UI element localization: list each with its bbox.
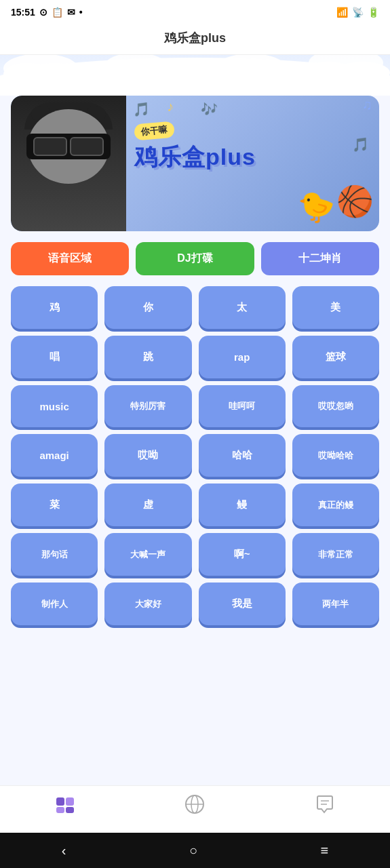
banner: 🎵 ♪ 🎶 ♫ 🎵 你干嘛 鸡乐盒plus 🐤 🏀 [11,96,379,231]
sg-lens-right [70,137,104,156]
tab-bar [0,785,390,833]
svg-rect-12 [56,797,64,806]
sound-btn-xu[interactable]: 虚 [104,484,191,526]
main-content: 🎵 ♪ 🎶 ♫ 🎵 你干嘛 鸡乐盒plus 🐤 🏀 语音区域 DJ打碟 十二坤肖… [0,96,390,785]
tab-message[interactable] [301,789,349,825]
svg-point-11 [336,62,390,83]
svg-rect-14 [56,807,64,813]
sound-btn-lanqiu[interactable]: 篮球 [292,336,379,378]
home-tab-icon [55,795,75,818]
sound-btn-man[interactable]: 鳗 [199,484,286,526]
music-note-1: 🎵 [133,101,150,117]
banner-sticker: 你干嘛 [134,121,175,140]
nav-bar: ‹ ○ ≡ [0,833,390,868]
category-buttons: 语音区域 DJ打碟 十二坤肖 [11,242,379,275]
sound-btn-haha[interactable]: 哈哈 [199,434,286,477]
sound-btn-music[interactable]: music [11,385,98,427]
battery-icon: 🔋 [368,7,379,18]
cloud-decoration [0,55,390,96]
voice-category-button[interactable]: 语音区域 [11,242,129,275]
menu-button[interactable]: ≡ [305,837,345,864]
banner-content: 你干嘛 鸡乐盒plus [134,116,371,170]
banner-title: 鸡乐盒plus [134,144,371,170]
signal-icon: 📡 [352,7,364,18]
music-note-4: ♫ [362,97,372,113]
banner-left [11,96,126,231]
sound-btn-aiyo[interactable]: 哎呦 [104,434,191,477]
sunglasses [26,134,111,159]
status-dot: • [79,7,83,18]
chick-character: 🐤 [298,189,335,224]
status-right: 📶 📡 🔋 [336,7,379,18]
sound-btn-chang[interactable]: 唱 [11,336,98,378]
svg-point-3 [105,55,166,77]
wifi-icon: 📶 [336,7,348,18]
sound-btn-woshi[interactable]: 我是 [199,583,286,625]
message-tab-icon [315,794,335,819]
back-button[interactable]: ‹ [45,837,83,864]
svg-rect-15 [66,807,74,813]
sound-btn-ji[interactable]: 鸡 [11,286,98,329]
status-icon-1: ⊙ [39,7,47,18]
sound-btn-dahan[interactable]: 大喊一声 [104,533,191,576]
sound-btn-aiyohaha[interactable]: 哎呦哈哈 [292,434,379,477]
svg-point-2 [27,63,81,85]
music-note-2: ♪ [167,99,174,115]
sound-btn-wa[interactable]: 哇呵呵 [199,385,286,427]
sound-btn-dajia[interactable]: 大家好 [104,583,191,625]
tab-home[interactable] [41,789,89,824]
sound-btn-liangnianbao[interactable]: 两年半 [292,583,379,625]
sound-btn-rap[interactable]: rap [199,336,286,378]
sound-btn-cai[interactable]: 菜 [11,484,98,526]
basketball: 🏀 [336,184,374,219]
zodiac-category-button[interactable]: 十二坤肖 [261,242,379,275]
sound-btn-naiju[interactable]: 那句话 [11,533,98,576]
status-left: 15:51 ⊙ 📋 ✉ • [11,7,83,18]
music-note-3: 🎶 [201,101,218,117]
sound-btn-amagi[interactable]: amagi [11,434,98,477]
home-button[interactable]: ○ [173,837,214,864]
svg-rect-13 [66,797,74,806]
sound-btn-ni[interactable]: 你 [104,286,191,329]
explore-tab-icon [184,794,205,819]
music-note-5: 🎵 [352,136,369,153]
svg-point-6 [217,55,285,81]
status-icon-3: ✉ [67,7,75,18]
sound-btn-tiao[interactable]: 跳 [104,336,191,378]
header-title: 鸡乐盒plus [164,31,226,45]
status-icon-2: 📋 [52,7,63,18]
status-time: 15:51 [11,7,35,18]
sound-btn-feichang[interactable]: 非常正常 [292,533,379,576]
sound-btn-tai[interactable]: 太 [199,286,286,329]
svg-point-5 [125,62,173,81]
tab-explore[interactable] [171,789,218,825]
svg-point-8 [242,64,294,84]
sound-btn-zhengman[interactable]: 真正的鳗 [292,484,379,526]
clouds-svg [0,55,390,96]
panda-character [21,102,116,224]
sound-btn-tebie[interactable]: 特别厉害 [104,385,191,427]
explore-icon-svg [184,794,205,814]
sound-btn-zhizuoren[interactable]: 制作人 [11,583,98,625]
message-icon-svg [315,794,335,814]
dj-category-button[interactable]: DJ打碟 [136,242,254,275]
sound-btn-mei[interactable]: 美 [292,286,379,329]
sound-grid: 鸡 你 太 美 唱 跳 rap 篮球 music 特别厉害 哇呵呵 哎哎忽哟 a… [11,286,379,625]
banner-right: 🎵 ♪ 🎶 ♫ 🎵 你干嘛 鸡乐盒plus 🐤 🏀 [126,96,379,231]
app-header: 鸡乐盒plus [0,24,390,55]
svg-point-4 [102,62,142,81]
home-icon-svg [55,795,75,814]
sound-btn-a[interactable]: 啊~ [199,533,286,576]
svg-point-7 [212,64,256,84]
sound-btn-aiaizhou[interactable]: 哎哎忽哟 [292,385,379,427]
status-bar: 15:51 ⊙ 📋 ✉ • 📶 📡 🔋 [0,0,390,24]
sg-lens-left [33,137,67,156]
